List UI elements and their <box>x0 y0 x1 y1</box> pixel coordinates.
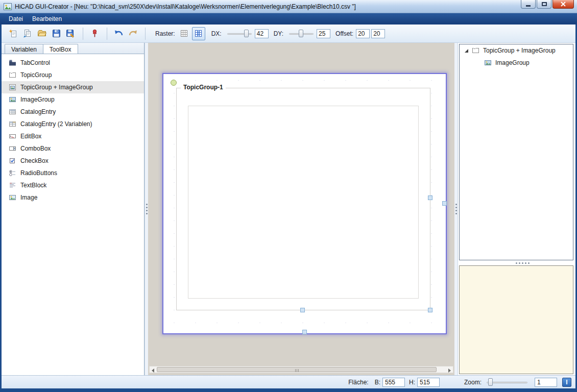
resize-handle-bottom[interactable] <box>300 308 305 312</box>
tree-item-label: ImageGroup <box>495 59 530 66</box>
toolbox-item-catalogentry[interactable]: CatalogEntry <box>2 106 144 118</box>
expander-icon[interactable] <box>465 49 468 53</box>
height-field[interactable]: 515 <box>417 378 440 387</box>
grid-snap-icon <box>195 30 202 37</box>
zoom-value-field[interactable]: 1 <box>535 378 557 387</box>
new-from-template-button[interactable] <box>21 27 34 40</box>
raster-show-button[interactable] <box>178 27 191 40</box>
undo-button[interactable] <box>112 27 125 40</box>
flaeche-label: Fläche: <box>348 379 368 386</box>
undo-icon <box>114 29 124 38</box>
dy-slider-thumb[interactable] <box>299 30 303 37</box>
toolbox-item-imagegroup[interactable]: ImageGroup <box>2 93 144 106</box>
tab-toolbox[interactable]: ToolBox <box>43 44 78 54</box>
toolbox-item-label: EditBox <box>20 133 41 140</box>
minimize-button[interactable] <box>521 0 536 9</box>
toolbox-item-combobox[interactable]: ComboBox <box>2 142 144 155</box>
toolbar-separator <box>107 28 107 40</box>
scrollbar-thumb[interactable] <box>157 367 437 372</box>
raster-snap-button[interactable] <box>192 27 205 40</box>
toolbox-item-label: TabControl <box>20 59 50 66</box>
scroll-left-icon[interactable] <box>152 369 154 373</box>
checkbox-icon <box>9 157 16 164</box>
editbox-icon <box>9 133 16 140</box>
dx-value-field[interactable]: 42 <box>255 29 269 38</box>
right-splitter[interactable] <box>454 43 458 375</box>
imagegroup-element[interactable] <box>188 106 419 299</box>
zoom-slider[interactable] <box>486 378 528 387</box>
save-as-button[interactable] <box>64 27 77 40</box>
toolbox-item-radiobuttons[interactable]: RadioButtons <box>2 167 144 179</box>
splitter-grip-icon <box>146 204 148 205</box>
left-tabstrip: Variablen ToolBox <box>2 43 144 54</box>
tree-item-topicgroup-imagegroup[interactable]: TopicGroup + ImageGroup <box>460 44 573 57</box>
redo-icon <box>128 29 138 38</box>
offset-y-field[interactable]: 20 <box>371 29 385 38</box>
window-title: HiCAD GUI-Creator - [Neu: "D:\hicad_svn\… <box>15 3 356 10</box>
toolbox-item-label: ImageGroup <box>20 96 55 103</box>
menu-datei[interactable]: Datei <box>4 14 28 24</box>
catalogentry-2-icon <box>9 120 16 128</box>
resize-handle-surface-right[interactable] <box>442 201 447 206</box>
element-tree: TopicGroup + ImageGroup ImageGroup <box>459 44 573 260</box>
width-field[interactable]: 555 <box>382 378 405 387</box>
tree-item-imagegroup[interactable]: ImageGroup <box>460 57 573 69</box>
design-canvas[interactable]: TopicGroup-1 <box>148 43 454 375</box>
close-button[interactable] <box>552 0 574 9</box>
open-button[interactable] <box>35 27 49 40</box>
toolbox-item-topicgroup[interactable]: TopicGroup <box>2 69 144 81</box>
textblock-icon <box>9 182 16 189</box>
new-file-icon <box>9 29 18 38</box>
open-folder-icon <box>37 29 46 38</box>
toolbox-item-textblock[interactable]: TextBlock <box>2 179 144 191</box>
zoom-slider-thumb[interactable] <box>488 378 493 386</box>
toolbox-item-label: CatalogEntry (2 Variablen) <box>20 120 92 128</box>
zoom-label: Zoom: <box>464 379 482 386</box>
toolbox-item-editbox[interactable]: EditBox <box>2 130 144 142</box>
toolbox-item-topicgroup-imagegroup[interactable]: TopicGroup + ImageGroup <box>2 81 144 93</box>
dy-slider[interactable] <box>288 29 314 38</box>
toolbox-item-catalogentry-2[interactable]: CatalogEntry (2 Variablen) <box>2 118 144 130</box>
zoom-slider-track[interactable] <box>487 382 527 383</box>
right-horizontal-splitter[interactable] <box>459 261 573 265</box>
left-splitter[interactable] <box>145 43 148 375</box>
left-panel: Variablen ToolBox TabControl TopicGroup … <box>2 43 145 375</box>
resize-handle-bottom-right[interactable] <box>428 308 432 312</box>
toolbox-item-image[interactable]: Image <box>2 191 144 204</box>
toolbox-item-label: TopicGroup <box>20 71 52 79</box>
toolbox-item-checkbox[interactable]: CheckBox <box>2 155 144 167</box>
info-button[interactable]: I <box>562 378 571 387</box>
maximize-button[interactable] <box>537 0 551 9</box>
toolbox-item-label: RadioButtons <box>20 169 57 177</box>
preview-panel <box>459 265 573 374</box>
dx-slider[interactable] <box>227 29 252 38</box>
pin-button[interactable] <box>88 27 101 40</box>
design-surface[interactable]: TopicGroup-1 <box>162 73 447 334</box>
dx-slider-thumb[interactable] <box>244 30 249 37</box>
tab-variablen[interactable]: Variablen <box>5 44 43 54</box>
save-as-icon <box>66 29 75 38</box>
imagegroup-icon <box>484 59 492 66</box>
save-button[interactable] <box>50 27 63 40</box>
new-file-button[interactable] <box>7 27 20 40</box>
resize-handle-right[interactable] <box>428 195 432 200</box>
groupbox-title: TopicGroup-1 <box>181 84 226 91</box>
dy-value-field[interactable]: 25 <box>317 29 330 38</box>
offset-label: Offset: <box>335 30 353 37</box>
toolbox-item-label: TopicGroup + ImageGroup <box>20 84 93 91</box>
scrollbar-grip-icon <box>297 369 297 372</box>
menu-bearbeiten[interactable]: Bearbeiten <box>28 14 66 24</box>
topicgroup-element[interactable]: TopicGroup-1 <box>176 88 430 310</box>
offset-x-field[interactable]: 20 <box>356 29 370 38</box>
scroll-right-icon[interactable] <box>448 369 451 373</box>
status-bar: Fläche: B: 555 H: 515 Zoom: 1 I <box>2 375 575 388</box>
horizontal-scrollbar[interactable] <box>149 366 453 373</box>
tabcontrol-icon <box>9 59 16 66</box>
origin-handle[interactable] <box>171 80 177 86</box>
dx-label: DX: <box>211 30 222 37</box>
toolbox-item-tabcontrol[interactable]: TabControl <box>2 57 144 69</box>
redo-button[interactable] <box>126 27 139 40</box>
toolbox-item-label: CheckBox <box>20 157 49 164</box>
radiobuttons-icon <box>9 169 16 177</box>
resize-handle-surface-bottom[interactable] <box>302 330 307 334</box>
